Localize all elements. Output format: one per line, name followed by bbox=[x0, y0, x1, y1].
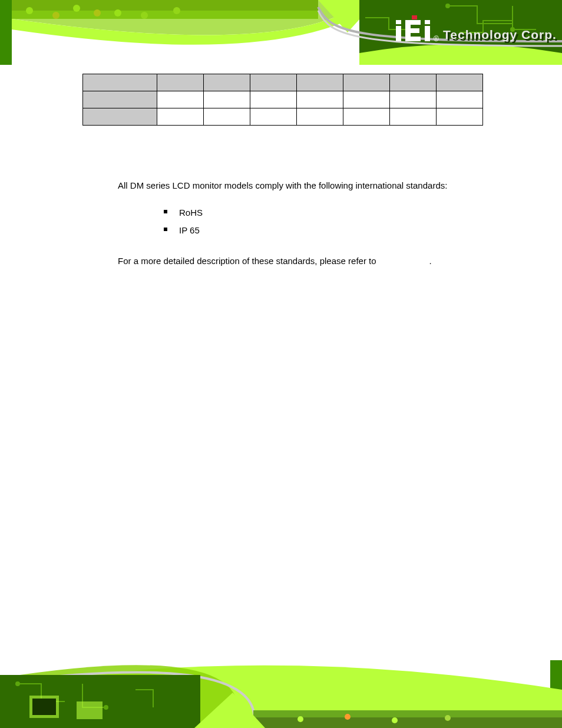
svg-point-24 bbox=[104, 706, 108, 709]
reference-suffix: . bbox=[429, 256, 432, 266]
header-decoration: ® Technology Corp. Technology Corp. bbox=[0, 0, 562, 65]
footer-decoration bbox=[0, 660, 562, 728]
page-content: All DM series LCD monitor models comply … bbox=[82, 74, 480, 281]
svg-rect-19 bbox=[425, 26, 430, 41]
table-cell bbox=[390, 108, 437, 126]
svg-rect-1 bbox=[12, 0, 318, 19]
svg-point-5 bbox=[114, 9, 121, 17]
svg-rect-0 bbox=[0, 0, 12, 65]
table-header-cell bbox=[83, 74, 157, 91]
svg-point-9 bbox=[173, 7, 180, 14]
svg-rect-2 bbox=[12, 0, 318, 11]
table-cell bbox=[157, 91, 204, 108]
table-header-cell bbox=[390, 74, 437, 91]
svg-point-12 bbox=[446, 4, 449, 8]
svg-rect-10 bbox=[359, 0, 562, 53]
table-header-cell bbox=[250, 74, 297, 91]
table-cell bbox=[343, 108, 390, 126]
specification-table bbox=[82, 74, 483, 126]
table-cell bbox=[437, 108, 483, 126]
table-row-label bbox=[83, 108, 157, 126]
intro-paragraph: All DM series LCD monitor models comply … bbox=[118, 179, 480, 193]
table-cell bbox=[250, 91, 297, 108]
svg-rect-22 bbox=[0, 675, 200, 728]
standards-list: RoHS IP 65 bbox=[164, 206, 480, 238]
svg-point-6 bbox=[52, 12, 59, 19]
table-cell bbox=[157, 108, 204, 126]
table-header-row bbox=[83, 74, 483, 91]
svg-rect-17 bbox=[405, 20, 422, 41]
table-cell bbox=[297, 91, 343, 108]
svg-rect-15 bbox=[396, 26, 401, 41]
svg-rect-11 bbox=[359, 53, 562, 65]
svg-point-33 bbox=[445, 715, 451, 721]
table-row-label bbox=[83, 91, 157, 108]
table-cell bbox=[390, 91, 437, 108]
registered-mark: ® bbox=[434, 35, 439, 43]
svg-point-4 bbox=[73, 5, 80, 12]
svg-rect-26 bbox=[32, 699, 56, 715]
table-cell bbox=[297, 108, 343, 126]
table-cell bbox=[437, 91, 483, 108]
table-cell bbox=[250, 108, 297, 126]
svg-point-3 bbox=[26, 7, 33, 14]
table-row bbox=[83, 108, 483, 126]
svg-rect-21 bbox=[550, 660, 562, 728]
reference-prefix: For a more detailed description of these… bbox=[118, 256, 376, 266]
brand-text: Technology Corp. bbox=[443, 28, 557, 41]
svg-point-7 bbox=[94, 9, 101, 17]
svg-rect-18 bbox=[412, 15, 417, 19]
svg-point-30 bbox=[297, 716, 303, 722]
list-item: IP 65 bbox=[164, 223, 480, 238]
svg-point-32 bbox=[392, 717, 398, 723]
svg-rect-25 bbox=[29, 696, 59, 718]
table-header-cell bbox=[157, 74, 204, 91]
svg-rect-29 bbox=[253, 717, 562, 728]
svg-rect-20 bbox=[425, 20, 430, 24]
table-header-cell bbox=[437, 74, 483, 91]
svg-point-8 bbox=[141, 12, 148, 19]
brand-text-shadow: Technology Corp. bbox=[445, 29, 558, 43]
body-text: All DM series LCD monitor models comply … bbox=[118, 179, 480, 268]
svg-point-31 bbox=[345, 714, 351, 720]
reference-paragraph: For a more detailed description of these… bbox=[118, 254, 480, 268]
table-cell bbox=[204, 108, 250, 126]
svg-point-13 bbox=[511, 28, 514, 31]
list-item: RoHS bbox=[164, 206, 480, 220]
svg-rect-28 bbox=[253, 710, 562, 728]
table-header-cell bbox=[297, 74, 343, 91]
svg-rect-16 bbox=[396, 20, 401, 24]
table-header-cell bbox=[204, 74, 250, 91]
table-row bbox=[83, 91, 483, 108]
table-header-cell bbox=[343, 74, 390, 91]
svg-point-23 bbox=[16, 682, 19, 686]
svg-rect-27 bbox=[77, 701, 103, 719]
table-cell bbox=[204, 91, 250, 108]
table-cell bbox=[343, 91, 390, 108]
